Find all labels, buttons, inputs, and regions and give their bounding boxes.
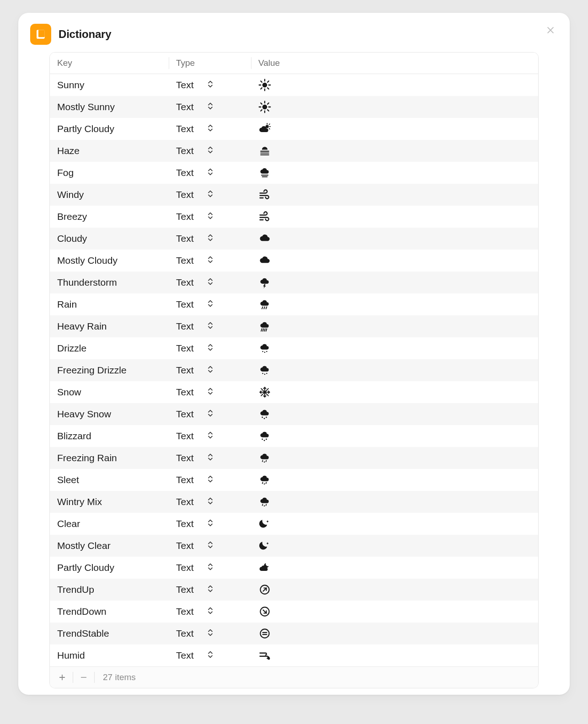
add-row-button[interactable] (56, 671, 68, 683)
table-row[interactable]: Freezing Drizzle Text (50, 359, 538, 381)
value-cell[interactable] (251, 293, 538, 315)
key-cell[interactable]: Freezing Drizzle (50, 360, 169, 380)
key-cell[interactable]: Sunny (50, 75, 169, 95)
table-row[interactable]: Sleet Text (50, 469, 538, 491)
value-cell[interactable] (251, 359, 538, 381)
table-row[interactable]: Heavy Snow Text (50, 403, 538, 425)
key-cell[interactable]: Mostly Cloudy (50, 250, 169, 271)
table-row[interactable]: Cloudy Text (50, 228, 538, 250)
type-stepper[interactable] (207, 650, 216, 661)
value-cell[interactable] (251, 579, 538, 601)
type-stepper[interactable] (207, 496, 216, 507)
column-key[interactable]: Key (50, 53, 169, 74)
type-cell[interactable]: Text (169, 382, 251, 402)
key-cell[interactable]: Fog (50, 163, 169, 183)
key-cell[interactable]: Partly Cloudy (50, 119, 169, 139)
key-cell[interactable]: Cloudy (50, 229, 169, 249)
value-cell[interactable] (251, 96, 538, 118)
column-value[interactable]: Value (251, 53, 538, 74)
type-stepper[interactable] (207, 628, 216, 639)
type-cell[interactable]: Text (169, 514, 251, 534)
value-cell[interactable] (251, 623, 538, 644)
type-stepper[interactable] (207, 255, 216, 266)
key-cell[interactable]: Mostly Sunny (50, 97, 169, 117)
table-row[interactable]: TrendStable Text (50, 623, 538, 644)
key-cell[interactable]: Snow (50, 382, 169, 402)
type-cell[interactable]: Text (169, 250, 251, 271)
value-cell[interactable] (251, 601, 538, 623)
value-cell[interactable] (251, 206, 538, 228)
type-stepper[interactable] (207, 452, 216, 463)
value-cell[interactable] (251, 469, 538, 491)
remove-row-button[interactable] (78, 671, 90, 683)
type-stepper[interactable] (207, 80, 216, 90)
type-cell[interactable]: Text (169, 163, 251, 183)
type-stepper[interactable] (207, 584, 216, 595)
type-stepper[interactable] (207, 123, 216, 134)
type-cell[interactable]: Text (169, 404, 251, 424)
value-cell[interactable] (251, 403, 538, 425)
type-stepper[interactable] (207, 145, 216, 156)
type-cell[interactable]: Text (169, 338, 251, 358)
type-cell[interactable]: Text (169, 207, 251, 227)
type-stepper[interactable] (207, 233, 216, 244)
value-cell[interactable] (251, 140, 538, 162)
type-stepper[interactable] (207, 540, 216, 551)
type-cell[interactable]: Text (169, 645, 251, 665)
type-stepper[interactable] (207, 365, 216, 376)
type-stepper[interactable] (207, 518, 216, 529)
table-row[interactable]: Mostly Cloudy Text (50, 250, 538, 272)
value-cell[interactable] (251, 513, 538, 535)
key-cell[interactable]: Rain (50, 294, 169, 314)
key-cell[interactable]: Mostly Clear (50, 536, 169, 556)
value-cell[interactable] (251, 162, 538, 184)
key-cell[interactable]: TrendDown (50, 602, 169, 622)
type-stepper[interactable] (207, 167, 216, 178)
type-cell[interactable]: Text (169, 229, 251, 249)
key-cell[interactable]: Sleet (50, 470, 169, 490)
key-cell[interactable]: Breezy (50, 207, 169, 227)
key-cell[interactable]: Heavy Snow (50, 404, 169, 424)
type-cell[interactable]: Text (169, 119, 251, 139)
table-row[interactable]: Partly Cloudy Text (50, 118, 538, 140)
table-row[interactable]: Breezy Text (50, 206, 538, 228)
type-stepper[interactable] (207, 343, 216, 354)
key-cell[interactable]: Blizzard (50, 426, 169, 446)
value-cell[interactable] (251, 644, 538, 666)
value-cell[interactable] (251, 557, 538, 579)
value-cell[interactable] (251, 491, 538, 513)
key-cell[interactable]: Drizzle (50, 338, 169, 358)
value-cell[interactable] (251, 447, 538, 469)
type-cell[interactable]: Text (169, 272, 251, 293)
type-cell[interactable]: Text (169, 623, 251, 644)
value-cell[interactable] (251, 118, 538, 140)
table-row[interactable]: Freezing Rain Text (50, 447, 538, 469)
table-row[interactable]: Mostly Sunny Text (50, 96, 538, 118)
type-cell[interactable]: Text (169, 536, 251, 556)
key-cell[interactable]: Windy (50, 185, 169, 205)
table-row[interactable]: Mostly Clear Text (50, 535, 538, 557)
key-cell[interactable]: Freezing Rain (50, 448, 169, 468)
value-cell[interactable] (251, 272, 538, 293)
type-stepper[interactable] (207, 474, 216, 485)
type-stepper[interactable] (207, 409, 216, 420)
table-row[interactable]: Fog Text (50, 162, 538, 184)
type-cell[interactable]: Text (169, 426, 251, 446)
value-cell[interactable] (251, 184, 538, 206)
table-row[interactable]: Clear Text (50, 513, 538, 535)
key-cell[interactable]: TrendUp (50, 580, 169, 600)
value-cell[interactable] (251, 381, 538, 403)
type-cell[interactable]: Text (169, 97, 251, 117)
value-cell[interactable] (251, 228, 538, 250)
table-row[interactable]: TrendDown Text (50, 601, 538, 623)
type-cell[interactable]: Text (169, 492, 251, 512)
key-cell[interactable]: Haze (50, 141, 169, 161)
table-row[interactable]: Snow Text (50, 381, 538, 403)
value-cell[interactable] (251, 315, 538, 337)
table-row[interactable]: TrendUp Text (50, 579, 538, 601)
close-button[interactable] (544, 24, 557, 37)
type-stepper[interactable] (207, 211, 216, 222)
type-stepper[interactable] (207, 321, 216, 332)
type-cell[interactable]: Text (169, 141, 251, 161)
key-cell[interactable]: TrendStable (50, 623, 169, 644)
